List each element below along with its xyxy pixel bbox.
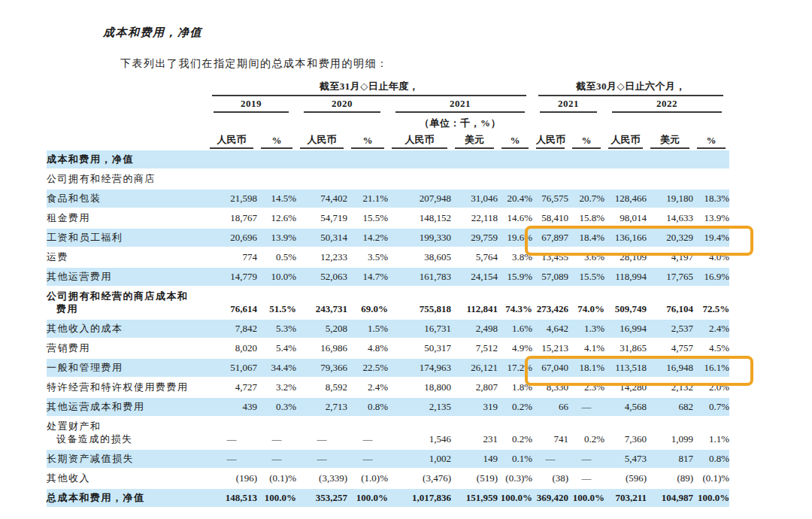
cell-value: 79,366 xyxy=(296,359,347,377)
cell-value: 18.4% xyxy=(568,229,604,247)
table-row: 其他收入(196)(0.1)%(3,339)(1.0)%(3,476)(519)… xyxy=(47,469,729,487)
cell-value: 4.8% xyxy=(347,339,388,357)
cell-value: 161,783 xyxy=(388,268,451,286)
year-header: 2020 xyxy=(296,98,388,113)
cell-value: 817 xyxy=(647,450,693,468)
cell-value: 14,633 xyxy=(647,209,693,227)
cell-value: — xyxy=(257,417,296,448)
row-label-line1: 处置财产和 xyxy=(47,420,206,432)
cell-value: 2,135 xyxy=(388,398,451,416)
period-group-header: 截至31月◇日止年度， xyxy=(206,80,532,96)
year-label: 2021 xyxy=(540,98,597,113)
table-row: 其他收入的成本7,8425.3%5,2081.5%16,7312,4981.6%… xyxy=(47,320,729,338)
cell-value: 16.1% xyxy=(693,359,729,377)
cell-value: 2,498 xyxy=(451,320,498,338)
cell-value: 353,257 xyxy=(296,489,347,507)
cell-value: 21,598 xyxy=(206,190,257,208)
year-label: 2022 xyxy=(612,98,722,113)
table-row: 长期资产减值损失————1,0021490.1%——5,4738170.8% xyxy=(47,450,729,468)
cell-value xyxy=(347,150,388,168)
row-label-line1: 运费 xyxy=(47,250,206,263)
column-header: % xyxy=(568,133,604,149)
cell-value: 682 xyxy=(647,398,693,416)
cell-value: 4,757 xyxy=(647,339,693,357)
row-label: 其他运营费用 xyxy=(47,268,206,286)
cell-value: 34.4% xyxy=(257,359,296,377)
cell-value: 69.0% xyxy=(347,287,388,318)
cell-value: (0.1)% xyxy=(257,469,296,487)
cell-value: 703,211 xyxy=(604,489,647,507)
cell-value: 16,731 xyxy=(388,320,451,338)
cell-value: 18,800 xyxy=(388,378,451,396)
cell-value: 74,402 xyxy=(296,190,347,208)
cell-value: 31,046 xyxy=(451,190,498,208)
cell-value: 72.5% xyxy=(693,287,729,318)
cell-value: 22.5% xyxy=(347,359,388,377)
cell-value: 199,330 xyxy=(388,229,451,247)
cell-value: 755,818 xyxy=(388,287,451,318)
cell-value: 20,329 xyxy=(647,229,693,247)
row-label-line1: 营销费用 xyxy=(47,341,206,354)
cell-value: 20.7% xyxy=(568,190,604,208)
column-header: 美元 xyxy=(647,133,693,149)
cell-value: 509,749 xyxy=(604,287,647,318)
cell-value: 2.0% xyxy=(693,378,729,396)
cell-value: 57,089 xyxy=(532,268,568,286)
cell-value: 38,605 xyxy=(388,248,451,266)
table-row: 一般和管理费用51,06734.4%79,36622.5%174,96326,1… xyxy=(47,359,729,377)
cell-value: 2,132 xyxy=(647,378,693,396)
cell-value: — xyxy=(206,450,257,468)
cell-value: 16.9% xyxy=(693,268,729,286)
row-label-line1: 其他收入 xyxy=(47,472,206,484)
column-header-label: 人民币 xyxy=(300,133,344,149)
cell-value: 1.5% xyxy=(347,320,388,338)
cell-value: 28,109 xyxy=(604,248,647,266)
cell-value: 1,017,836 xyxy=(388,489,451,507)
row-label: 公司拥有和经营的商店 xyxy=(47,170,206,188)
cell-value: 16,994 xyxy=(604,320,647,338)
row-label-line1: 食品和包装 xyxy=(47,192,206,205)
cell-value: 112,841 xyxy=(451,287,498,318)
cell-value: 29,759 xyxy=(451,229,498,247)
row-label: 租金费用 xyxy=(47,209,206,227)
row-label-line1: 租金费用 xyxy=(47,211,206,224)
label-spacer xyxy=(47,133,206,149)
cell-value: 1,002 xyxy=(388,450,451,468)
cell-value xyxy=(296,150,347,168)
column-header-label: 美元 xyxy=(650,133,689,149)
cell-value: 148,152 xyxy=(388,209,451,227)
row-label: 特许经营和特许权使用费费用 xyxy=(47,378,206,396)
cell-value: 207,948 xyxy=(388,190,451,208)
row-label-line1: 长期资产减值损失 xyxy=(47,452,206,465)
cell-value: (89) xyxy=(647,469,693,487)
cell-value: 0.8% xyxy=(693,450,729,468)
column-header: % xyxy=(347,133,388,149)
table-row: 工资和员工福利20,69613.9%50,31414.2%199,33029,7… xyxy=(47,229,729,247)
unit-note: （单位：千，%） xyxy=(388,114,532,132)
year-header: 2019 xyxy=(206,98,296,113)
cell-value: 5.4% xyxy=(257,339,296,357)
cell-value: — xyxy=(257,450,296,468)
row-label-line1: 特许经营和特许权使用费费用 xyxy=(47,381,206,393)
cell-value: 13.9% xyxy=(257,229,296,247)
row-label: 其他运营成本和费用 xyxy=(47,398,206,416)
row-label: 工资和员工福利 xyxy=(47,229,206,247)
row-label-line1: 公司拥有和经营的商店 xyxy=(47,172,206,185)
year-label: 2019 xyxy=(214,98,289,113)
cell-value: 100.0% xyxy=(498,489,532,507)
cell-value: 19.4% xyxy=(693,229,729,247)
cell-value xyxy=(568,150,604,168)
cell-value: — xyxy=(296,450,347,468)
cell-value: 0.5% xyxy=(257,248,296,266)
cell-value: 100.0% xyxy=(347,489,388,507)
cell-value: 3.6% xyxy=(568,248,604,266)
cell-value: 74.0% xyxy=(568,287,604,318)
row-label: 一般和管理费用 xyxy=(47,359,206,377)
cell-value: (38) xyxy=(532,469,568,487)
cell-value: 1,546 xyxy=(388,417,451,448)
cell-value: 2.4% xyxy=(693,320,729,338)
row-label-line1: 其他收入的成本 xyxy=(47,322,206,335)
label-spacer xyxy=(47,98,206,113)
table-wrapper: 截至31月◇日止年度，截至30月◇日止六个月，20192020202120212… xyxy=(47,78,798,508)
cell-value: 14.7% xyxy=(347,268,388,286)
